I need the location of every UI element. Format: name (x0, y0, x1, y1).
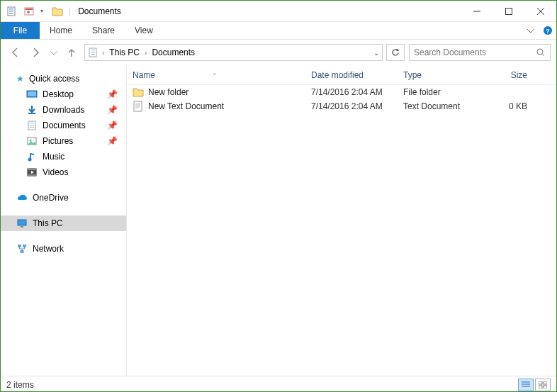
search-placeholder: Search Documents (414, 47, 486, 57)
details-view-button[interactable] (518, 379, 534, 391)
recent-dropdown[interactable] (49, 44, 59, 61)
folder-icon (52, 6, 63, 17)
file-name: New folder (148, 87, 189, 97)
svg-rect-35 (544, 386, 547, 388)
up-button[interactable] (63, 44, 80, 61)
onedrive-icon (16, 192, 28, 203)
svg-rect-15 (28, 113, 35, 114)
column-headers: Name⌃ Date modified Type Size (127, 65, 556, 85)
pin-icon: 📌 (107, 105, 118, 115)
refresh-button[interactable] (386, 44, 405, 61)
svg-point-22 (28, 158, 32, 162)
svg-rect-3 (9, 13, 13, 14)
sidebar-item-label: Documents (43, 121, 86, 130)
sidebar-item-downloads[interactable]: Downloads 📌 (1, 102, 126, 118)
pin-icon: 📌 (107, 136, 118, 146)
sidebar-item-videos[interactable]: Videos (1, 164, 126, 180)
address-bar[interactable]: › This PC › Documents ⌄ (84, 44, 383, 61)
svg-rect-32 (539, 381, 542, 384)
folder-icon (133, 86, 144, 98)
svg-rect-18 (30, 125, 34, 125)
svg-rect-28 (18, 245, 21, 247)
tab-home[interactable]: Home (40, 22, 82, 39)
svg-point-12 (537, 49, 543, 55)
back-button[interactable] (6, 44, 23, 61)
status-item-count: 2 items (6, 380, 34, 390)
svg-rect-2 (9, 11, 13, 12)
minimize-button[interactable] (461, 1, 493, 22)
pictures-icon (26, 135, 38, 147)
svg-rect-24 (28, 169, 36, 170)
close-button[interactable] (524, 1, 556, 22)
sidebar-item-pictures[interactable]: Pictures 📌 (1, 133, 126, 149)
file-type: Text Document (403, 101, 485, 111)
file-type: File folder (403, 87, 485, 97)
sidebar-item-music[interactable]: Music (1, 149, 126, 164)
search-box[interactable]: Search Documents (409, 44, 551, 61)
col-date[interactable]: Date modified (311, 70, 403, 80)
file-row[interactable]: New Text Document 7/14/2016 2:04 AM Text… (127, 99, 556, 113)
tab-share[interactable]: Share (82, 22, 125, 39)
svg-rect-17 (30, 123, 34, 123)
chevron-right-icon[interactable]: › (145, 49, 147, 57)
sort-indicator-icon: ⌃ (212, 72, 218, 79)
file-name: New Text Document (148, 101, 224, 111)
breadcrumb-documents[interactable]: Documents (150, 47, 197, 57)
sidebar-item-documents[interactable]: Documents 📌 (1, 118, 126, 133)
sidebar-item-label: Videos (43, 167, 68, 177)
col-size[interactable]: Size (485, 70, 527, 80)
ribbon-tabs: File Home Share View ? (1, 22, 556, 40)
maximize-button[interactable] (493, 1, 524, 22)
sidebar-network[interactable]: Network (1, 241, 126, 257)
breadcrumb-thispc[interactable]: This PC (107, 47, 142, 57)
qat-dropdown-icon[interactable]: ▾ (40, 8, 43, 14)
tab-view[interactable]: View (125, 22, 163, 39)
documents-icon (88, 47, 99, 58)
qat-properties-icon[interactable] (6, 6, 18, 17)
file-row[interactable]: New folder 7/14/2016 2:04 AM File folder (127, 85, 556, 99)
sidebar-item-desktop[interactable]: Desktop 📌 (1, 86, 126, 102)
col-name[interactable]: Name⌃ (127, 70, 311, 80)
sidebar-quick-access[interactable]: ★ Quick access (1, 71, 126, 86)
qat-newfolder-icon[interactable] (23, 6, 35, 17)
chevron-right-icon[interactable]: › (102, 49, 104, 57)
expand-ribbon-button[interactable] (522, 22, 539, 39)
file-tab[interactable]: File (1, 22, 40, 39)
help-button[interactable]: ? (539, 22, 556, 39)
sidebar-thispc[interactable]: This PC (1, 215, 126, 231)
nav-sidebar: ★ Quick access Desktop 📌 Downloads 📌 Doc… (1, 65, 127, 376)
forward-button[interactable] (28, 44, 45, 61)
sidebar-item-label: Network (33, 244, 64, 254)
title-bar: ▾ | Documents (1, 1, 556, 22)
svg-rect-14 (28, 91, 36, 96)
large-icons-view-button[interactable] (535, 379, 551, 391)
file-size: 0 KB (485, 101, 527, 111)
svg-rect-34 (539, 386, 542, 388)
pin-icon: 📌 (107, 121, 118, 130)
text-file-icon (133, 101, 144, 112)
address-dropdown-icon[interactable]: ⌄ (373, 49, 379, 57)
svg-rect-5 (505, 8, 512, 14)
sidebar-item-label: OneDrive (33, 193, 69, 203)
network-icon (16, 243, 28, 254)
svg-text:?: ? (546, 28, 550, 35)
file-date: 7/14/2016 2:04 AM (311, 87, 403, 97)
search-icon[interactable] (536, 47, 546, 57)
svg-rect-10 (91, 52, 95, 52)
sidebar-label: Quick access (29, 74, 79, 84)
pin-icon: 📌 (107, 89, 118, 99)
col-type[interactable]: Type (403, 70, 485, 80)
file-date: 7/14/2016 2:04 AM (311, 101, 403, 111)
documents-icon (26, 120, 38, 131)
svg-rect-25 (28, 174, 36, 176)
sidebar-item-label: Desktop (43, 89, 74, 99)
downloads-icon (26, 104, 38, 116)
sidebar-onedrive[interactable]: OneDrive (1, 190, 126, 206)
status-bar: 2 items (1, 376, 556, 392)
svg-rect-11 (91, 54, 95, 55)
nav-row: › This PC › Documents ⌄ Search Documents (1, 40, 556, 65)
desktop-icon (26, 89, 38, 100)
svg-rect-1 (9, 9, 13, 10)
star-icon: ★ (16, 74, 24, 84)
svg-rect-33 (544, 381, 547, 384)
